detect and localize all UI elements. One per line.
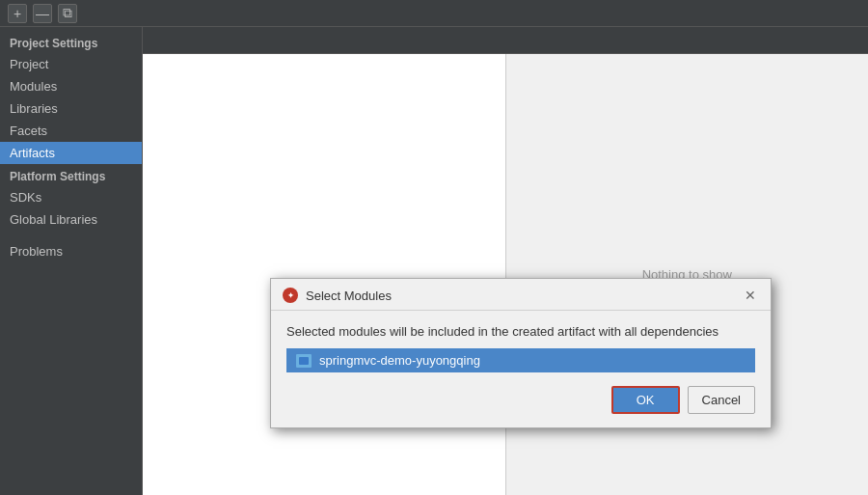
dialog-title-left: ✦ Select Modules	[283, 288, 392, 303]
dialog-title-text: Select Modules	[306, 289, 392, 303]
main-content: Project Settings Project Modules Librari…	[0, 27, 868, 495]
dialog-buttons: OK Cancel	[286, 386, 755, 414]
platform-settings-label: Platform Settings	[0, 164, 142, 186]
module-item[interactable]: springmvc-demo-yuyongqing	[286, 348, 755, 372]
right-panel: Nothing to show ✦ Select Modules ✕ Selec…	[143, 27, 868, 495]
dialog-message: Selected modules will be included in the…	[286, 324, 755, 339]
panel-right: Nothing to show	[506, 54, 869, 495]
sidebar-item-libraries[interactable]: Libraries	[0, 97, 142, 120]
select-modules-dialog: ✦ Select Modules ✕ Selected modules will…	[270, 278, 772, 428]
sidebar-item-sdks[interactable]: SDKs	[0, 186, 142, 208]
module-icon-inner	[299, 357, 309, 365]
module-name: springmvc-demo-yuyongqing	[319, 353, 480, 368]
sidebar-item-problems[interactable]: Problems	[0, 240, 142, 262]
panel-left	[143, 54, 506, 495]
sidebar-item-artifacts[interactable]: Artifacts	[0, 142, 142, 164]
copy-button[interactable]: ⧉	[58, 4, 77, 23]
dialog-close-button[interactable]: ✕	[742, 287, 759, 304]
panel-toolbar	[143, 27, 868, 54]
dialog-icon: ✦	[283, 288, 298, 303]
sidebar-item-facets[interactable]: Facets	[0, 120, 142, 142]
ok-button[interactable]: OK	[611, 386, 680, 414]
sidebar-item-project[interactable]: Project	[0, 53, 142, 75]
module-icon	[296, 354, 312, 368]
main-toolbar: + — ⧉	[0, 0, 868, 27]
dialog-body: Selected modules will be included in the…	[271, 311, 771, 427]
sidebar: Project Settings Project Modules Librari…	[0, 27, 143, 495]
panel-area: Nothing to show	[143, 54, 868, 495]
project-settings-label: Project Settings	[0, 31, 142, 53]
dialog-titlebar: ✦ Select Modules ✕	[271, 279, 771, 311]
remove-button[interactable]: —	[33, 4, 52, 23]
add-button[interactable]: +	[8, 4, 27, 23]
sidebar-item-global-libraries[interactable]: Global Libraries	[0, 208, 142, 231]
sidebar-item-modules[interactable]: Modules	[0, 75, 142, 97]
cancel-button[interactable]: Cancel	[688, 386, 755, 414]
